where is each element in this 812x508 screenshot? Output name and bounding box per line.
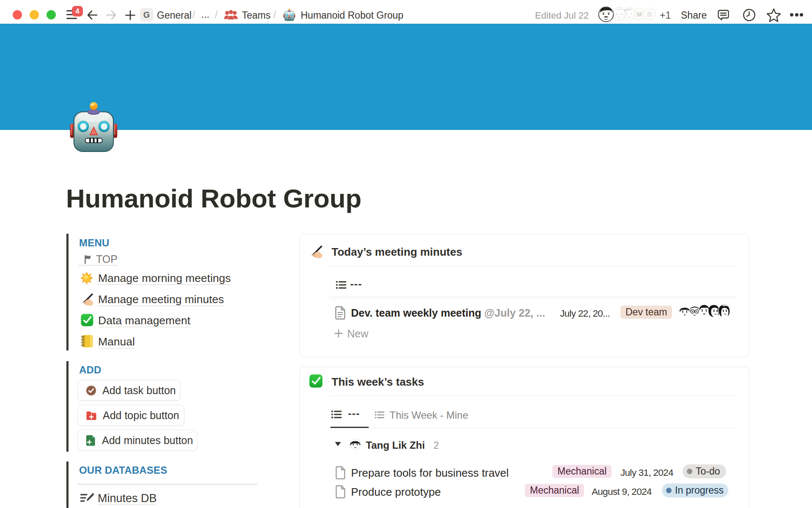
- svg-text:D: D: [647, 11, 652, 18]
- svg-text:M: M: [637, 11, 642, 18]
